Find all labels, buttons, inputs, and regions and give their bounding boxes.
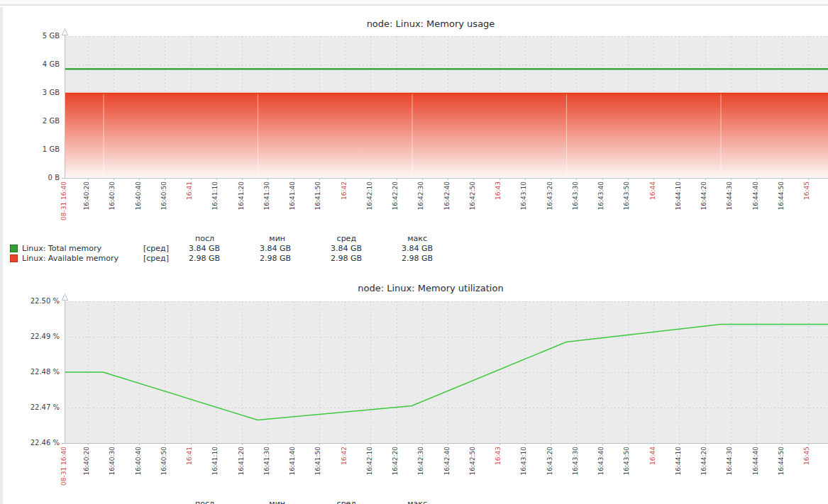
legend-swatch-cell xyxy=(10,244,22,254)
legend-value: 3.84 GB xyxy=(220,244,291,254)
y-tick-label: 3 GB xyxy=(3,89,60,96)
y-tick-label: 2 GB xyxy=(3,117,60,125)
legend-value: 3.84 GB xyxy=(291,244,362,254)
legend-spacer xyxy=(22,499,143,504)
x-tick-label: 16:43:40 xyxy=(597,181,605,210)
x-tick-label: 16:42 xyxy=(341,447,348,465)
x-tick-label: 16:40:40 xyxy=(135,447,142,475)
legend-column-header: посл xyxy=(175,234,220,244)
x-tick-label: 16:43:40 xyxy=(597,447,605,475)
legend-series-name: Linux: Total memory xyxy=(22,244,143,254)
x-tick-label: 16:42:30 xyxy=(417,181,424,210)
x-tick-label: 16:40:20 xyxy=(83,181,90,210)
x-tick-label: 16:43:20 xyxy=(546,181,553,210)
x-tick-label: 16:44:30 xyxy=(726,447,733,475)
y-tick-label: 22.47 % xyxy=(3,403,60,411)
x-tick-label: 16:41:40 xyxy=(289,181,296,210)
x-tick-label: 16:42:10 xyxy=(366,447,373,475)
legend-column-header: мин xyxy=(220,234,291,244)
x-tick-label: 16:41:50 xyxy=(314,181,321,210)
x-tick-label: 16:44:20 xyxy=(700,181,707,210)
x-tick-label: 16:42:50 xyxy=(469,181,476,210)
x-tick-label: 16:44:50 xyxy=(778,181,785,210)
plot-area[interactable] xyxy=(65,301,828,443)
y-axis-arrow-icon xyxy=(62,29,68,35)
legend-value: 3.84 GB xyxy=(362,244,433,254)
legend-spacer xyxy=(10,234,22,244)
x-tick-label: 16:42:20 xyxy=(392,181,399,210)
x-tick-label: 16:42:20 xyxy=(392,447,399,475)
x-tick-label: 08-31 16:40 xyxy=(60,447,67,486)
legend-spacer xyxy=(143,499,175,504)
legend-column-header: макс xyxy=(362,234,433,244)
y-tick-label: 4 GB xyxy=(3,60,60,68)
x-tick-label: 16:40:50 xyxy=(160,447,167,475)
x-tick-label: 16:42:30 xyxy=(417,447,424,475)
x-tick-label: 16:40:30 xyxy=(109,447,116,475)
x-tick-label: 16:42:40 xyxy=(443,181,451,210)
y-tick-label: 1 GB xyxy=(3,145,60,153)
x-tick-label: 08-31 16:40 xyxy=(60,181,67,220)
legend-function: [сред] xyxy=(143,244,175,254)
legend-value: 2.98 GB xyxy=(362,254,433,264)
x-tick-label: 16:40:30 xyxy=(109,181,116,210)
legend-column-header: макс xyxy=(362,499,433,504)
x-tick-label: 16:42:10 xyxy=(366,181,373,210)
legend-column-header: сред xyxy=(291,499,362,504)
graph-legend: послминсредмаксLinux: Total memory[сред]… xyxy=(10,234,433,264)
legend-spacer xyxy=(22,234,143,244)
x-tick-label: 16:41:20 xyxy=(238,181,245,210)
x-tick-label: 16:42:50 xyxy=(469,447,476,475)
x-tick-label: 16:43:20 xyxy=(546,447,553,475)
y-tick-label: 22.48 % xyxy=(3,368,60,376)
legend-function: [сред] xyxy=(143,254,175,264)
x-tick-label: 16:43:50 xyxy=(623,447,630,475)
y-tick-label: 22.50 % xyxy=(3,297,60,305)
x-tick-label: 16:42 xyxy=(341,181,348,200)
x-tick-label: 16:44:40 xyxy=(752,447,759,475)
legend-series-name: Linux: Available memory xyxy=(22,254,143,264)
chart-title-memory-usage: node: Linux: Memory usage xyxy=(0,18,828,29)
x-tick-label: 16:41:10 xyxy=(211,181,219,210)
y-tick-label: 22.49 % xyxy=(3,332,60,340)
x-tick-label: 16:44 xyxy=(649,181,656,200)
legend-spacer xyxy=(10,499,22,504)
x-tick-label: 16:43 xyxy=(495,447,502,465)
x-tick-label: 16:41:30 xyxy=(263,447,270,475)
y-tick-label: 22.46 % xyxy=(3,439,60,447)
x-tick-label: 16:44:50 xyxy=(778,447,785,475)
y-axis-arrow-icon xyxy=(62,294,68,300)
x-tick-label: 16:44:20 xyxy=(700,447,707,475)
x-tick-label: 16:44:40 xyxy=(752,181,759,210)
x-tick-label: 16:43 xyxy=(495,181,502,200)
x-tick-label: 16:41 xyxy=(186,181,193,200)
x-tick-label: 16:41:50 xyxy=(314,447,321,475)
x-tick-label: 16:41:20 xyxy=(238,447,245,475)
x-tick-label: 16:41 xyxy=(186,447,193,465)
x-tick-label: 16:44:30 xyxy=(726,181,733,210)
x-tick-label: 16:40:50 xyxy=(160,181,167,210)
legend-value: 2.98 GB xyxy=(291,254,362,264)
legend-swatch-icon xyxy=(10,254,18,262)
legend-value: 2.98 GB xyxy=(175,254,220,264)
x-tick-label: 16:40:40 xyxy=(135,181,142,210)
x-tick-label: 16:43:10 xyxy=(520,181,527,210)
legend-column-header: посл xyxy=(175,499,220,504)
legend-swatch-cell xyxy=(10,254,22,264)
x-tick-label: 16:40:20 xyxy=(83,447,90,475)
x-tick-label: 16:43:30 xyxy=(572,447,579,475)
x-tick-label: 16:42:40 xyxy=(443,447,451,475)
x-tick-label: 16:41:30 xyxy=(263,181,270,210)
legend-column-header: сред xyxy=(291,234,362,244)
x-tick-label: 16:45 xyxy=(803,181,810,200)
plot-area[interactable] xyxy=(65,36,828,178)
x-tick-label: 16:44:10 xyxy=(675,181,682,210)
y-tick-label: 0 B xyxy=(3,174,60,181)
legend-spacer xyxy=(143,234,175,244)
x-tick-label: 16:44:10 xyxy=(675,447,682,475)
x-tick-label: 16:41:40 xyxy=(289,447,296,475)
y-tick-label: 5 GB xyxy=(3,32,60,40)
legend-column-header: мин xyxy=(220,499,291,504)
x-tick-label: 16:43:30 xyxy=(572,181,579,210)
legend-value: 3.84 GB xyxy=(175,244,220,254)
